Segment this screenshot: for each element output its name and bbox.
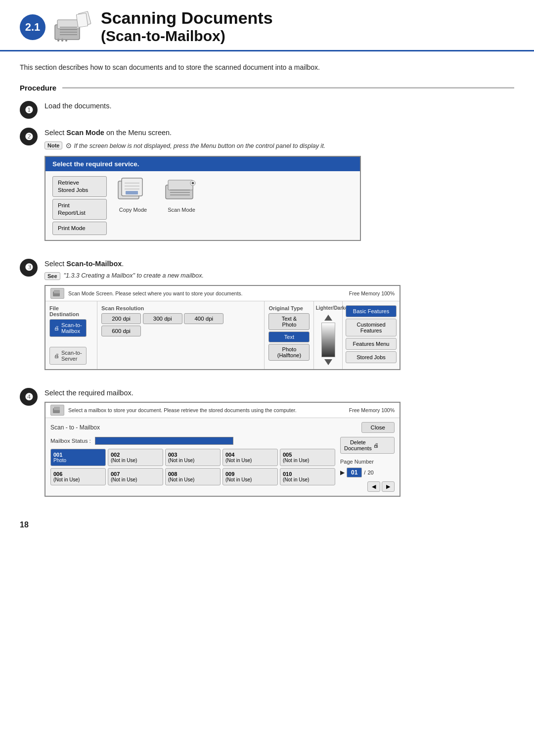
screen3-mockup: Select a mailbox to store your document.…	[44, 402, 400, 497]
mailbox-002[interactable]: 002 (Not in Use)	[108, 449, 163, 466]
svg-rect-29	[54, 407, 60, 410]
lighter-down-arrow[interactable]	[324, 359, 332, 365]
step-4-number: ❹	[20, 388, 38, 406]
scan-mode-icon-item[interactable]: Scan Mode	[164, 176, 199, 213]
lighter-up-arrow[interactable]	[324, 315, 332, 321]
svg-rect-20	[168, 180, 193, 190]
mailbox-003[interactable]: 003 (Not in Use)	[165, 449, 221, 466]
header: 2.1 Scanning Documents (Scan-to-Mailbox)	[0, 0, 534, 51]
svg-rect-27	[54, 290, 60, 293]
step-1-number: ❶	[20, 101, 38, 119]
screen3-status-bar	[95, 437, 233, 445]
scan-mode-icon	[164, 176, 199, 205]
svg-point-10	[65, 40, 67, 42]
print-mode-btn[interactable]: Print Mode	[52, 222, 107, 235]
screen2-topbar-right: Free Memory 100%	[349, 290, 395, 296]
screen2-lighter-col: Lighter/Darker	[314, 301, 343, 369]
screen2-file-dest-col: File Destination 🖨 Scan-to-Mailbox 🖨 Sca…	[45, 301, 97, 369]
procedure-heading: Procedure	[20, 84, 514, 92]
note-label: Note	[44, 142, 62, 149]
chapter-badge: 2.1	[20, 14, 45, 40]
page-number-display: ▶ 01 / 20	[340, 468, 395, 477]
screen3-mailbox-row1: 001 Photo 002 (Not in Use) 003 (Not in U…	[50, 449, 335, 466]
see-text: "1.3.3 Creating a Mailbox" to create a n…	[64, 272, 204, 279]
see-label: See	[44, 272, 60, 280]
procedure-divider	[62, 87, 514, 89]
stored-jobs-btn-screen2[interactable]: Stored Jobs	[346, 351, 397, 363]
screen3-close-btn[interactable]: Close	[361, 422, 395, 433]
nav-next-btn[interactable]: ▶	[382, 481, 395, 492]
text-btn[interactable]: Text	[268, 331, 310, 342]
main-content: This section describes how to scan docum…	[0, 51, 534, 544]
600dpi-btn[interactable]: 600 dpi	[101, 326, 141, 336]
step-2-after: on the Menu screen.	[104, 129, 172, 137]
text-photo-btn[interactable]: Text & Photo	[268, 313, 310, 330]
screen3-layout: Mailbox Status : 001 Photo 002	[50, 437, 395, 492]
step-3-after: .	[122, 260, 124, 268]
procedure-label: Procedure	[20, 84, 56, 92]
header-title-sub: (Scan-to-Mailbox)	[101, 27, 273, 45]
screen1-header: Select the required service.	[45, 157, 360, 171]
screen3-topbar-left-area: Select a mailbox to store your document.…	[50, 405, 297, 416]
copy-mode-icon-item[interactable]: Copy Mode	[116, 176, 150, 213]
step-1-text: Load the documents.	[44, 101, 514, 112]
step-2-number: ❷	[20, 128, 38, 145]
lighter-darker-bar	[321, 323, 335, 357]
nav-prev-btn[interactable]: ◀	[367, 481, 380, 492]
customised-features-btn[interactable]: CustomisedFeatures	[346, 319, 397, 336]
print-report-list-btn[interactable]: PrintReport/List	[52, 199, 107, 220]
photo-halftone-btn[interactable]: Photo(Halftone)	[268, 344, 310, 361]
svg-point-9	[61, 40, 63, 42]
screen3-mailbox-row2: 006 (Not in Use) 007 (Not in Use) 008 (N…	[50, 468, 335, 485]
delete-icon: 🖨	[373, 442, 379, 448]
screen1-buttons: RetrieveStored Jobs PrintReport/List Pri…	[52, 176, 107, 235]
screen3-title: Scan - to - Mailbox	[50, 424, 100, 431]
400dpi-btn[interactable]: 400 dpi	[184, 313, 223, 324]
step-2-text: Select Scan Mode on the Menu screen.	[44, 128, 514, 139]
mailbox-008[interactable]: 008 (Not in Use)	[165, 468, 221, 485]
scan-screen-icon	[52, 289, 62, 297]
screen3-scan-icon	[52, 406, 62, 414]
note-icon: ⊙	[66, 142, 72, 149]
basic-features-btn[interactable]: Basic Features	[346, 305, 397, 317]
retrieve-stored-jobs-btn[interactable]: RetrieveStored Jobs	[52, 176, 107, 197]
screen2-topbar: Scan Mode Screen. Please select where yo…	[45, 286, 400, 301]
file-dest-header: File Destination	[49, 305, 93, 317]
step-2-bold: Scan Mode	[66, 129, 104, 137]
mailbox-009[interactable]: 009 (Not in Use)	[222, 468, 278, 485]
delete-documents-btn[interactable]: DeleteDocuments 🖨	[340, 437, 395, 454]
svg-point-11	[58, 38, 59, 39]
screen2-topbar-left: Scan Mode Screen. Please select where yo…	[50, 288, 243, 299]
page-separator: /	[364, 470, 365, 475]
step-2-content: Select Scan Mode on the Menu screen. Not…	[44, 128, 514, 249]
screen3-topbar-text: Select a mailbox to store your document.…	[68, 407, 297, 414]
screen2-right-col: Basic Features CustomisedFeatures Featur…	[343, 301, 400, 369]
features-menu-btn[interactable]: Features Menu	[346, 338, 397, 350]
header-icon	[52, 10, 92, 45]
step-2: ❷ Select Scan Mode on the Menu screen. N…	[20, 128, 514, 249]
screen1-mockup: Select the required service. RetrieveSto…	[44, 156, 361, 241]
mailbox-004[interactable]: 004 (Not in Use)	[222, 449, 278, 466]
mailbox-print-icon: 🖨	[54, 325, 59, 331]
mailbox-007[interactable]: 007 (Not in Use)	[108, 468, 163, 485]
mailbox-005[interactable]: 005 (Not in Use)	[280, 449, 335, 466]
page-current: 01	[347, 468, 362, 477]
screen3-side-btns: DeleteDocuments 🖨 Page Number ▶ 01 / 20	[340, 437, 395, 492]
screen3-mailboxes: Mailbox Status : 001 Photo 002	[50, 437, 335, 492]
scan-to-server-btn[interactable]: 🖨 Scan-to-Server	[49, 347, 87, 365]
copy-mode-label: Copy Mode	[119, 207, 147, 213]
screen3-status-row: Mailbox Status :	[50, 437, 335, 445]
mailbox-010[interactable]: 010 (Not in Use)	[280, 468, 335, 485]
200dpi-btn[interactable]: 200 dpi	[101, 313, 141, 324]
see-box: See "1.3.3 Creating a Mailbox" to create…	[44, 272, 514, 280]
300dpi-btn[interactable]: 300 dpi	[143, 313, 182, 324]
mailbox-006[interactable]: 006 (Not in Use)	[50, 468, 106, 485]
page-number-label: Page Number	[340, 459, 395, 465]
mailbox-001[interactable]: 001 Photo	[50, 449, 106, 466]
screen2-res-col: Scan Resolution 200 dpi 300 dpi 400 dpi …	[97, 301, 265, 369]
note-box: Note ⊙ If the screen below is not displa…	[44, 142, 514, 151]
screen3-header-row: Scan - to - Mailbox Close	[50, 422, 395, 433]
screen3-nav: ◀ ▶	[340, 481, 395, 492]
scan-to-mailbox-btn[interactable]: 🖨 Scan-to-Mailbox	[49, 319, 87, 337]
screen2-top-text: Scan Mode Screen. Please select where yo…	[68, 290, 243, 297]
